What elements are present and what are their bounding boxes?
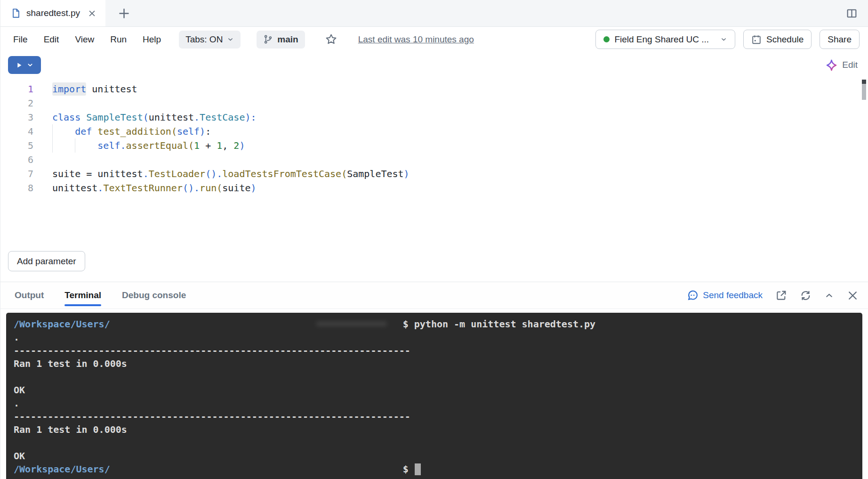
line-number: 6 <box>0 153 33 167</box>
scrollbar-thumb[interactable] <box>862 84 866 100</box>
panel-tabs: OutputTerminalDebug console <box>15 282 207 309</box>
split-view-icon <box>846 8 858 19</box>
terminal-line: /Workspace/Users/$ <box>14 463 855 476</box>
blur-smudge <box>316 322 387 326</box>
menu-item-file[interactable]: File <box>13 34 28 45</box>
code-lines: 1import unittest23class SampleTest(unitt… <box>0 82 868 195</box>
schedule-button[interactable]: Schedule <box>743 30 812 49</box>
terminal-line: Ran 1 test in 0.000s <box>14 423 855 436</box>
terminal-line <box>14 370 855 383</box>
close-icon[interactable] <box>88 9 96 17</box>
terminal-text: Ran 1 test in 0.000s <box>14 357 127 370</box>
code-text: unittest.TextTestRunner().run(suite) <box>52 181 257 195</box>
code-text: def test_addition(self): <box>52 124 211 138</box>
code-editor[interactable]: 1import unittest23class SampleTest(unitt… <box>0 78 868 245</box>
panel-tab-debug-console[interactable]: Debug console <box>122 282 186 309</box>
terminal-line: Ran 1 test in 0.000s <box>14 357 855 370</box>
terminal-text: OK <box>14 449 25 463</box>
indent-guide <box>52 138 53 153</box>
panel-tab-bar: OutputTerminalDebug console Send feedbac… <box>0 282 868 309</box>
favorite-star-button[interactable] <box>322 32 340 46</box>
line-number: 1 <box>0 82 33 96</box>
split-view-button[interactable] <box>843 7 860 20</box>
menu-item-view[interactable]: View <box>75 34 94 45</box>
terminal-text: . <box>14 397 19 410</box>
code-line[interactable]: 7suite = unittest.TestLoader().loadTests… <box>0 167 868 181</box>
git-branch-icon <box>263 34 273 44</box>
terminal-text: $ <box>403 463 414 476</box>
cluster-status-dot <box>603 36 610 42</box>
code-line[interactable]: 3class SampleTest(unittest.TestCase): <box>0 110 868 124</box>
menu-item-edit[interactable]: Edit <box>44 34 59 45</box>
line-number: 7 <box>0 167 33 181</box>
code-text: class SampleTest(unittest.TestCase): <box>52 110 257 124</box>
code-line[interactable]: 2 <box>0 96 868 110</box>
terminal-line <box>14 436 855 449</box>
cluster-selector[interactable]: Field Eng Shared UC ... <box>595 30 735 49</box>
tabs-toggle[interactable]: Tabs: ON <box>179 31 241 49</box>
branch-name: main <box>277 34 298 45</box>
menu-item-help[interactable]: Help <box>143 34 161 45</box>
chevron-down-icon <box>227 36 234 43</box>
chevron-down-icon <box>720 36 727 43</box>
open-in-new-window-button[interactable] <box>775 290 787 301</box>
close-icon <box>847 290 859 301</box>
terminal-cursor <box>415 463 421 475</box>
close-panel-button[interactable] <box>847 290 859 301</box>
run-button[interactable] <box>8 56 41 74</box>
code-line[interactable]: 1import unittest <box>0 82 868 96</box>
tab-strip: sharedtest.py <box>0 0 868 27</box>
star-icon <box>325 33 338 46</box>
panel-actions: Send feedback <box>687 282 859 309</box>
last-edit-link[interactable]: Last edit was 10 minutes ago <box>358 34 474 45</box>
line-number: 3 <box>0 110 33 124</box>
panel-tab-output[interactable]: Output <box>15 282 44 309</box>
menubar-right: Field Eng Shared UC ... Schedule Share <box>595 30 860 49</box>
edit-label: Edit <box>842 60 858 70</box>
terminal-line: . <box>14 397 855 410</box>
terminal-text: Ran 1 test in 0.000s <box>14 423 127 436</box>
code-line[interactable]: 4 def test_addition(self): <box>0 124 868 138</box>
menu-item-run[interactable]: Run <box>110 34 127 45</box>
assistant-edit-button[interactable]: Edit <box>825 59 858 72</box>
menu: FileEditViewRunHelp <box>13 34 161 45</box>
file-icon <box>11 8 21 18</box>
indent-guide <box>75 138 75 153</box>
run-row: Edit <box>0 52 868 78</box>
file-tab-sharedtest[interactable]: sharedtest.py <box>0 0 105 26</box>
code-line[interactable]: 6 <box>0 153 868 167</box>
code-text: self.assertEqual(1 + 1, 2) <box>52 138 245 153</box>
collapse-panel-button[interactable] <box>824 291 834 300</box>
code-text: import unittest <box>52 82 137 96</box>
parameter-row: Add parameter <box>0 245 868 282</box>
code-line[interactable]: 5 self.assertEqual(1 + 1, 2) <box>0 138 868 153</box>
scrollbar-cap <box>862 80 866 84</box>
chevron-up-icon <box>824 291 834 300</box>
terminal-path: /Workspace/Users/ <box>14 317 110 331</box>
line-number: 5 <box>0 138 33 153</box>
share-label: Share <box>828 34 852 45</box>
terminal-line: ----------------------------------------… <box>14 344 855 357</box>
indent-guide <box>52 124 53 138</box>
line-number: 8 <box>0 181 33 195</box>
terminal-line: /Workspace/Users/$ python -m unittest sh… <box>14 317 855 331</box>
terminal-text: $ python -m unittest sharedtest.py <box>403 317 595 331</box>
add-parameter-button[interactable]: Add parameter <box>8 251 85 271</box>
panel-tab-terminal[interactable]: Terminal <box>64 282 101 309</box>
terminal-text: . <box>14 331 19 344</box>
code-line[interactable]: 8unittest.TextTestRunner().run(suite) <box>0 181 868 195</box>
plus-icon <box>118 7 130 20</box>
send-feedback-link[interactable]: Send feedback <box>687 290 763 301</box>
share-button[interactable]: Share <box>820 30 860 49</box>
git-branch-selector[interactable]: main <box>257 31 305 49</box>
terminal[interactable]: /Workspace/Users/$ python -m unittest sh… <box>6 313 862 479</box>
send-feedback-label: Send feedback <box>703 290 763 300</box>
editor-scrollbar[interactable] <box>862 80 866 100</box>
refresh-button[interactable] <box>800 290 812 301</box>
schedule-label: Schedule <box>766 34 804 45</box>
databricks-file-editor: { "colors": { "accent": "#2d6cdf", "run_… <box>0 0 868 479</box>
play-icon <box>15 61 23 69</box>
new-tab-button[interactable] <box>115 7 133 20</box>
run-dropdown-chevron[interactable] <box>26 61 34 69</box>
terminal-path: /Workspace/Users/ <box>14 463 110 476</box>
